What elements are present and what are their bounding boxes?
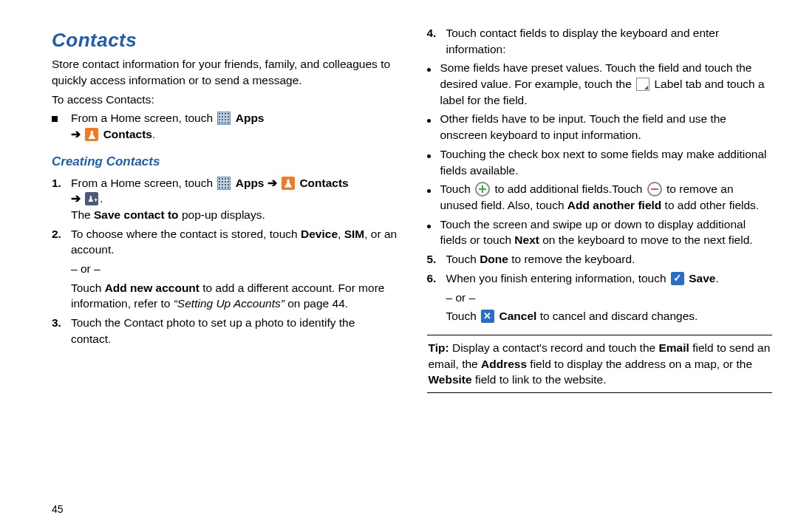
text: . (152, 128, 155, 140)
bullet-5: Touch the screen and swipe up or down to… (427, 216, 773, 248)
step-number: 3. (52, 315, 71, 331)
contacts-icon (85, 128, 98, 141)
text: From a Home screen, touch (71, 177, 216, 189)
apps-label: Apps (236, 112, 265, 124)
text: Email (658, 341, 689, 354)
access-step-body: From a Home screen, touch Apps ➔ Contact… (71, 110, 398, 142)
bullet-3: Touching the check box next to some fiel… (427, 146, 773, 178)
apps-label: Apps (236, 177, 265, 189)
step-number: 4. (427, 25, 446, 41)
cancel-icon (481, 310, 494, 323)
bullet-marker (427, 216, 440, 233)
step-body: Touch the Contact photo to set up a phot… (71, 315, 398, 347)
text: field to link to the website. (472, 373, 607, 386)
apps-icon (217, 112, 231, 125)
cross-reference: “Setting Up Accounts” (174, 297, 284, 310)
add-contact-icon (85, 192, 98, 205)
text: Add new account (105, 282, 200, 294)
text: Touch (71, 282, 105, 294)
label-dropdown-icon (636, 78, 649, 91)
tip-box: Tip: Display a contact's record and touc… (427, 335, 773, 393)
contacts-label: Contacts (103, 128, 152, 140)
bullet-marker (427, 60, 440, 76)
text: Save contact to (94, 208, 179, 221)
text: Touch (446, 253, 480, 265)
or-divider: – or – (71, 261, 398, 277)
text: to remove the keyboard. (508, 253, 635, 265)
step-number: 1. (52, 175, 71, 191)
text: on the keyboard to move to the next fiel… (539, 233, 753, 246)
text: Address (481, 358, 527, 370)
step-5: 5. Touch Done to remove the keyboard. (427, 251, 773, 267)
apps-icon (217, 177, 231, 190)
text: . (100, 192, 103, 205)
text: , (338, 228, 344, 240)
text: field to display the address on a map, o… (527, 358, 752, 370)
arrow-icon: ➔ (267, 177, 277, 189)
step-4: 4. Touch contact fields to display the k… (427, 25, 773, 57)
text: Website (429, 373, 472, 386)
intro-paragraph: Store contact information for your frien… (52, 56, 398, 88)
bullet-body: Other fields have to be input. Touch the… (440, 111, 773, 143)
creating-contacts-title: Creating Contacts (52, 153, 398, 171)
step-body: Touch Done to remove the keyboard. (446, 251, 773, 267)
bullet-1: Some fields have preset values. Touch th… (427, 60, 773, 108)
step-body: When you finish entering information, to… (446, 270, 773, 324)
access-label: To access Contacts: (52, 92, 398, 108)
text: When you finish entering information, to… (446, 272, 669, 284)
bullet-body: Touch the screen and swipe up or down to… (440, 216, 773, 248)
bullet-body: Touching the check box next to some fiel… (440, 146, 773, 178)
bullet-body: Touch to add additional fields.Touch to … (440, 181, 773, 214)
text: on page 44. (284, 297, 348, 310)
step-number: 2. (52, 226, 71, 242)
text: . (715, 272, 718, 284)
page-number: 45 (52, 502, 64, 517)
arrow-icon: ➔ (71, 128, 81, 140)
text: From a Home screen, touch (71, 112, 216, 124)
save-label: Save (689, 272, 715, 284)
text: Add another field (567, 199, 661, 211)
left-column: Contacts Store contact information for y… (52, 22, 398, 517)
contacts-label: Contacts (299, 177, 348, 189)
text: to add other fields. (661, 199, 759, 211)
minus-icon (647, 182, 662, 197)
text: SIM (344, 228, 365, 240)
bullet-marker (427, 111, 440, 127)
text: Touch (446, 310, 480, 322)
contacts-icon (282, 177, 295, 190)
square-bullet (52, 110, 71, 126)
step-body: To choose where the contact is stored, t… (71, 226, 398, 312)
plus-icon (475, 182, 490, 197)
text: The (71, 208, 94, 221)
step-2: 2. To choose where the contact is stored… (52, 226, 398, 312)
step-body: Touch contact fields to display the keyb… (446, 25, 773, 57)
bullet-marker (427, 146, 440, 163)
step-body: From a Home screen, touch Apps ➔ Contact… (71, 175, 398, 223)
step-number: 6. (427, 270, 446, 287)
bullet-marker (427, 181, 440, 197)
text: Touch (440, 183, 474, 195)
bullet-2: Other fields have to be input. Touch the… (427, 111, 773, 143)
text: to add additional fields.Touch (494, 183, 645, 195)
text: Device (301, 228, 338, 240)
step-number: 5. (427, 251, 446, 267)
text: Next (514, 233, 539, 246)
manual-page: Contacts Store contact information for y… (0, 0, 798, 532)
arrow-icon: ➔ (71, 192, 81, 205)
or-divider: – or – (446, 290, 773, 306)
text: Done (480, 253, 508, 265)
save-icon (671, 272, 684, 285)
bullet-body: Some fields have preset values. Touch th… (440, 60, 773, 108)
text: pop-up displays. (179, 208, 265, 221)
step-1: 1. From a Home screen, touch Apps ➔ Cont… (52, 175, 398, 223)
section-title: Contacts (52, 27, 398, 53)
step-6: 6. When you finish entering information,… (427, 270, 773, 324)
text: To choose where the contact is stored, t… (71, 228, 301, 240)
bullet-4: Touch to add additional fields.Touch to … (427, 181, 773, 214)
step-3: 3. Touch the Contact photo to set up a p… (52, 315, 398, 347)
text: Display a contact's record and touch the (449, 341, 659, 354)
cancel-label: Cancel (499, 310, 536, 322)
access-step: From a Home screen, touch Apps ➔ Contact… (52, 110, 398, 142)
text: to cancel and discard changes. (536, 310, 698, 322)
right-column: 4. Touch contact fields to display the k… (427, 22, 773, 517)
